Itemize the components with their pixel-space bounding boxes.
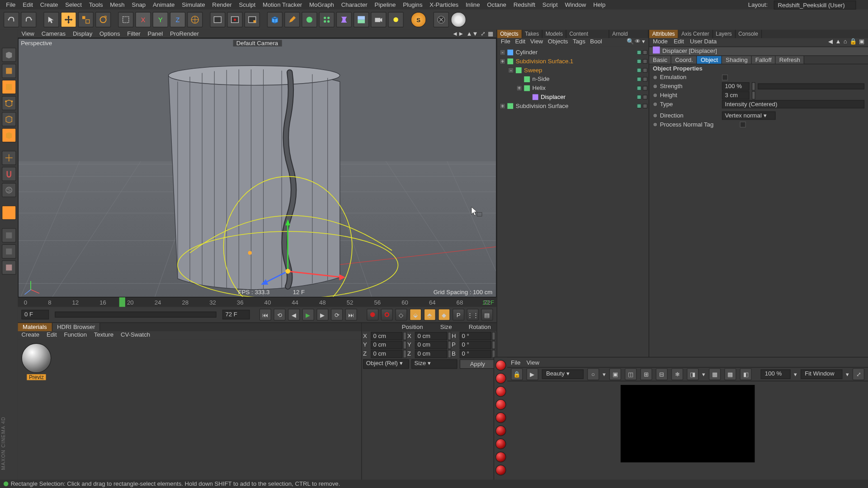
- point-mode-icon[interactable]: [2, 96, 16, 110]
- undo-button[interactable]: [4, 12, 19, 27]
- tab-layers[interactable]: Layers: [713, 30, 736, 38]
- rot-h-field[interactable]: 0 °: [459, 332, 491, 340]
- object-node[interactable]: -Cylinder: [497, 47, 649, 56]
- material-name[interactable]: Previz: [27, 374, 46, 380]
- menu-create[interactable]: Create: [37, 0, 61, 9]
- subtab-coord[interactable]: Coord.: [671, 56, 697, 64]
- octane-icon[interactable]: [451, 12, 466, 27]
- filter-icon[interactable]: ▾: [642, 38, 645, 46]
- rp-menu-file[interactable]: File: [511, 359, 520, 366]
- obj-menu-tags[interactable]: Tags: [573, 38, 585, 46]
- direction-select[interactable]: Vertex normal ▾: [722, 111, 776, 119]
- mat-menu-cvswatch[interactable]: CV-Swatch: [121, 331, 150, 339]
- z-axis-toggle[interactable]: Z: [170, 12, 185, 27]
- mat-menu-function[interactable]: Function: [64, 331, 87, 339]
- menu-script[interactable]: Script: [539, 0, 561, 9]
- environment-button[interactable]: [354, 12, 369, 27]
- rp-grid-icon[interactable]: ⊞: [640, 368, 652, 380]
- rs-stop-icon[interactable]: [495, 413, 506, 423]
- tab-arnold[interactable]: Arnold Material: [609, 30, 649, 38]
- menu-inline[interactable]: Inline: [462, 0, 483, 9]
- misc3-icon[interactable]: [2, 260, 16, 275]
- rp-s2-icon[interactable]: ◨: [687, 368, 698, 380]
- vis-editor-dot[interactable]: [637, 76, 642, 81]
- move-tool[interactable]: [61, 12, 76, 27]
- next-frame-button[interactable]: ▶: [316, 309, 328, 320]
- menu-file[interactable]: File: [2, 0, 19, 9]
- play-button[interactable]: ▶: [302, 309, 314, 320]
- pen-tool-button[interactable]: [284, 12, 300, 27]
- search-icon[interactable]: 🔍: [627, 38, 634, 46]
- menu-character[interactable]: Character: [338, 0, 371, 9]
- rs-bucket-icon[interactable]: [495, 386, 506, 397]
- zoom-select[interactable]: 100 %: [761, 370, 791, 379]
- strength-field[interactable]: 100 %: [722, 82, 750, 90]
- rp-lock-icon[interactable]: 🔒: [511, 368, 523, 380]
- rs-opt3-icon[interactable]: [495, 452, 506, 463]
- vp-nav2-icon[interactable]: ▲▼: [466, 30, 478, 37]
- object-node[interactable]: n-Side: [497, 75, 649, 84]
- expand-icon[interactable]: -: [500, 49, 505, 55]
- pos-y-field[interactable]: 0 cm: [371, 341, 402, 349]
- menu-select[interactable]: Select: [61, 0, 85, 9]
- autokey-button[interactable]: [381, 309, 393, 320]
- vp-menu-cameras[interactable]: Cameras: [42, 30, 66, 37]
- obj-menu-view[interactable]: View: [530, 38, 543, 46]
- deformer-button[interactable]: [336, 12, 352, 27]
- rs-ipr-icon[interactable]: [495, 373, 506, 384]
- next-key-button[interactable]: ⟳: [331, 309, 343, 320]
- vis-editor-dot[interactable]: [637, 68, 642, 73]
- rs-opt1-icon[interactable]: [495, 426, 506, 436]
- obj-menu-objects[interactable]: Objects: [548, 38, 568, 46]
- attr-menu-edit[interactable]: Edit: [674, 38, 684, 46]
- layout-select[interactable]: Redshift_Peekskill (User): [774, 0, 856, 9]
- object-node[interactable]: -Sweep: [497, 66, 649, 75]
- size-z-field[interactable]: 0 cm: [415, 349, 447, 357]
- vis-render-dot[interactable]: [643, 59, 648, 64]
- goto-end-button[interactable]: ⏭: [345, 309, 357, 320]
- scale-tool[interactable]: [78, 12, 94, 27]
- menu-mograph[interactable]: MoGraph: [306, 0, 338, 9]
- max-icon[interactable]: ▣: [859, 38, 864, 46]
- rp-max-icon[interactable]: ⤢: [853, 368, 864, 380]
- xparticles-icon[interactable]: [434, 12, 449, 27]
- emulation-checkbox[interactable]: [722, 74, 728, 80]
- vp-menu-view[interactable]: View: [21, 30, 34, 37]
- render-canvas[interactable]: [507, 381, 868, 480]
- settings-icon[interactable]: S: [411, 12, 426, 27]
- rs-opt2-icon[interactable]: [495, 439, 506, 450]
- vis-render-dot[interactable]: [643, 50, 648, 55]
- vp-menu-panel[interactable]: Panel: [147, 30, 163, 37]
- rp-play-icon[interactable]: ▶: [526, 368, 538, 380]
- cube-primitive-button[interactable]: [267, 12, 283, 27]
- menu-simulate[interactable]: Simulate: [178, 0, 208, 9]
- vp-menu-filter[interactable]: Filter: [127, 30, 140, 37]
- tab-objects[interactable]: Objects: [497, 30, 522, 38]
- object-name[interactable]: n-Side: [533, 75, 550, 82]
- redo-button[interactable]: [21, 12, 36, 27]
- vis-editor-dot[interactable]: [637, 50, 642, 55]
- size-y-field[interactable]: 0 cm: [415, 341, 447, 349]
- key-opt2-icon[interactable]: ⬘: [424, 309, 436, 320]
- tab-models[interactable]: Models: [542, 30, 566, 38]
- pos-x-field[interactable]: 0 cm: [371, 332, 402, 340]
- object-node[interactable]: +Helix: [497, 84, 649, 93]
- key-opt1-icon[interactable]: ⬙: [410, 309, 421, 320]
- render-settings-button[interactable]: [245, 12, 260, 27]
- goto-start-button[interactable]: ⏮: [259, 309, 271, 320]
- rs-snapshot-icon[interactable]: [495, 399, 506, 410]
- poly-mode-icon[interactable]: [2, 128, 16, 143]
- key-opt4-icon[interactable]: P: [453, 309, 464, 320]
- object-node[interactable]: +Subdivision Surface: [497, 101, 649, 110]
- record-button[interactable]: [367, 309, 378, 320]
- material-preview-icon[interactable]: [21, 343, 51, 373]
- menu-sculpt[interactable]: Sculpt: [236, 0, 259, 9]
- mat-menu-edit[interactable]: Edit: [47, 331, 57, 339]
- object-name[interactable]: Helix: [533, 84, 546, 91]
- vis-render-dot[interactable]: [643, 94, 648, 99]
- subtab-object[interactable]: Object: [697, 56, 722, 64]
- menu-mesh[interactable]: Mesh: [106, 0, 128, 9]
- tab-attributes[interactable]: Attributes: [649, 30, 679, 38]
- tab-console[interactable]: Console: [736, 30, 762, 38]
- vp-nav-icon[interactable]: ◄►: [452, 30, 464, 37]
